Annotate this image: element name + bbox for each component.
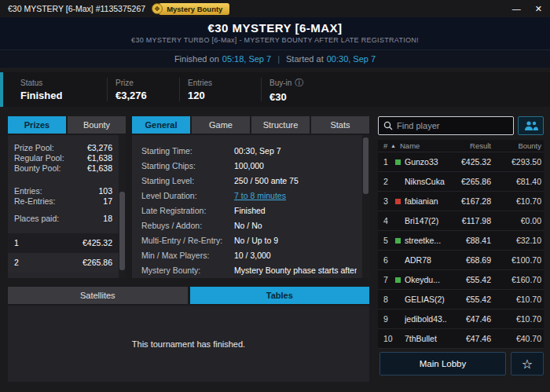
- bounty-pool-value: €1,638: [87, 163, 112, 174]
- tab-prizes[interactable]: Prizes: [8, 116, 66, 134]
- player-status-dot: [395, 238, 401, 244]
- multi-entry-row: Multi-Entry / Re-Entry: No / Up to 9: [141, 236, 357, 245]
- player-rank: 3: [383, 196, 395, 206]
- re-entries-value: 17: [103, 196, 112, 207]
- scrollbar-thumb[interactable]: [119, 192, 125, 270]
- starting-time-value: 00:30, Sep 7: [234, 146, 281, 156]
- min-max-players-row: Min / Max Players: 10 / 3,000: [141, 251, 357, 260]
- player-bounty: €0.00: [491, 216, 541, 225]
- column-rank[interactable]: #: [383, 141, 390, 150]
- status-item-buyin: Buy-in ⓘ €30: [262, 77, 303, 103]
- player-row[interactable]: 3 fabianian €167.28 €10.70: [378, 192, 544, 211]
- tournament-title: €30 MYSTERY [6-MAX]: [0, 21, 550, 35]
- find-player-searchbox[interactable]: [378, 116, 514, 135]
- re-entries-label: Re-Entries:: [14, 196, 56, 207]
- favorite-button[interactable]: ☆: [511, 352, 544, 376]
- finished-label: Finished on: [174, 54, 219, 64]
- entries-value: 120: [188, 90, 261, 101]
- late-registration-value: Finished: [234, 206, 266, 215]
- player-result: €55.42: [446, 295, 491, 304]
- player-row[interactable]: 1 Gunzo33 €425.32 €293.50: [378, 152, 544, 172]
- close-icon[interactable]: ✕: [535, 0, 542, 17]
- column-bounty[interactable]: Bounty: [491, 141, 541, 150]
- level-duration-link[interactable]: 7 to 8 minutes: [234, 191, 286, 200]
- player-bounty: €10.70: [491, 295, 541, 304]
- info-tabs: General Game Structure Stats: [132, 116, 369, 134]
- entries-row: Entries: 103: [14, 186, 112, 196]
- player-rank: 8: [383, 295, 395, 304]
- tab-game[interactable]: Game: [192, 116, 250, 134]
- started-time: 00:30, Sep 7: [327, 54, 376, 64]
- sort-asc-icon[interactable]: ▲: [390, 143, 400, 148]
- buyin-label: Buy-in ⓘ: [270, 77, 303, 89]
- rebuys-addon-row: Rebuys / Addon: No / No: [141, 221, 357, 230]
- player-row[interactable]: 8 GELIAS(2) €55.42 €10.70: [378, 290, 544, 310]
- tournament-header: €30 MYSTERY [6-MAX] €30 MYSTERY TURBO [6…: [0, 17, 550, 49]
- player-row[interactable]: 9 jedibold43... €47.46 €10.70: [378, 310, 544, 329]
- player-result: €167.28: [446, 196, 491, 206]
- status-item-prize: Prize €3,276: [108, 79, 179, 101]
- tab-satellites[interactable]: Satellites: [8, 287, 188, 304]
- tab-stats[interactable]: Stats: [311, 116, 369, 134]
- player-name: fabianian: [405, 196, 446, 206]
- player-search-row: [378, 116, 544, 135]
- player-row[interactable]: 7 Okeydu... €55.42 €160.70: [378, 270, 544, 290]
- player-rank: 4: [383, 216, 395, 225]
- payout-row[interactable]: 2 €265.86: [8, 253, 126, 273]
- tournament-subtitle: €30 MYSTERY TURBO [6-Max] - MYSTERY BOUN…: [0, 36, 550, 44]
- info-panel-scrollbar[interactable]: [362, 135, 369, 278]
- player-name: streetke...: [405, 236, 446, 245]
- places-paid-label: Places paid:: [14, 214, 59, 224]
- player-row[interactable]: 2 NiknsCuka €265.86 €81.40: [378, 172, 544, 192]
- prize-pool-panel: Prize Pool: €3,276 Regular Pool: €1,638 …: [8, 135, 126, 278]
- tab-general[interactable]: General: [132, 116, 190, 134]
- player-result: €68.69: [446, 255, 491, 265]
- tab-structure[interactable]: Structure: [251, 116, 310, 134]
- player-row[interactable]: 4 Bri147(2) €117.98 €0.00: [378, 211, 544, 231]
- player-bounty: €40.70: [491, 334, 541, 343]
- status-label: Status: [20, 79, 107, 87]
- player-name: NiknsCuka: [405, 177, 446, 186]
- player-bounty: €293.50: [491, 157, 541, 167]
- player-result: €265.86: [446, 177, 491, 186]
- regular-pool-label: Regular Pool:: [14, 153, 64, 163]
- places-paid-value: 18: [103, 214, 112, 224]
- prize-pool-row: Prize Pool: €3,276: [14, 143, 112, 153]
- player-bounty: €81.40: [491, 177, 541, 186]
- starting-chips-row: Starting Chips: 100,000: [141, 161, 357, 170]
- minimize-icon[interactable]: —: [512, 0, 521, 17]
- player-row[interactable]: 6 ADR78 €68.69 €100.70: [378, 251, 544, 270]
- prize-panel-scrollbar[interactable]: [119, 135, 126, 278]
- player-status-dot: [395, 199, 401, 204]
- starting-chips-value: 100,000: [234, 161, 264, 170]
- player-bounty: €100.70: [491, 255, 541, 265]
- player-name: Bri147(2): [405, 216, 446, 225]
- player-row[interactable]: 10 7thBullet €47.46 €40.70: [378, 329, 544, 349]
- status-value: Finished: [20, 90, 107, 101]
- mystery-bounty-row: Mystery Bounty: Mystery Bounty phase sta…: [141, 266, 357, 275]
- mystery-bounty-value: Mystery Bounty phase starts after the en…: [234, 266, 357, 275]
- search-input[interactable]: [397, 121, 508, 130]
- tab-bounty[interactable]: Bounty: [68, 116, 126, 134]
- player-rank: 5: [383, 236, 395, 245]
- multi-entry-value: No / Up to 9: [234, 236, 278, 245]
- starting-time-label: Starting Time:: [141, 146, 234, 156]
- main-lobby-button[interactable]: Main Lobby: [380, 352, 506, 376]
- payout-row[interactable]: 1 €425.32: [8, 233, 126, 253]
- show-players-button[interactable]: [518, 116, 544, 135]
- player-result: €55.42: [446, 275, 491, 284]
- column-name[interactable]: Name: [400, 141, 446, 150]
- tab-tables[interactable]: Tables: [190, 287, 370, 304]
- column-result[interactable]: Result: [446, 141, 491, 150]
- payout-amount: €265.86: [82, 258, 112, 268]
- info-icon[interactable]: ⓘ: [295, 77, 303, 89]
- player-row[interactable]: 5 streetke... €88.41 €32.10: [378, 231, 544, 251]
- status-accent-bar: [0, 72, 3, 107]
- player-status-dot: [395, 159, 401, 165]
- time-bar: Finished on 05:18, Sep 7 | Started at 00…: [0, 49, 550, 68]
- starting-level-label: Starting Level:: [141, 176, 234, 185]
- min-max-players-value: 10 / 3,000: [234, 251, 271, 260]
- scrollbar-thumb[interactable]: [363, 137, 368, 194]
- buyin-label-text: Buy-in: [270, 79, 292, 87]
- mystery-bounty-badge: Mystery Bounty: [152, 3, 229, 15]
